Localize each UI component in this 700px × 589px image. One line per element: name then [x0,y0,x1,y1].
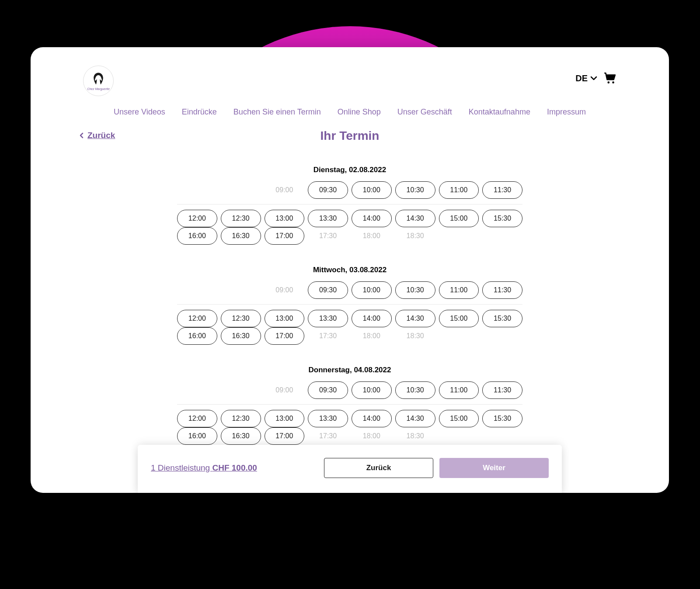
time-slot[interactable]: 14:00 [352,310,392,327]
time-slot[interactable]: 10:00 [352,381,392,399]
nav-buchen[interactable]: Buchen Sie einen Termin [233,107,321,117]
time-slot[interactable]: 11:30 [482,381,522,399]
time-slot: 18:30 [395,227,435,245]
logo-caption: Chez Marguerite [87,87,110,90]
time-slot[interactable]: 12:00 [177,410,217,427]
time-slot[interactable]: 11:00 [439,181,479,199]
cart-icon[interactable] [603,72,616,85]
time-slot[interactable]: 15:00 [439,410,479,427]
time-slot: 18:00 [352,427,392,445]
time-slot[interactable]: 17:00 [265,427,305,445]
time-slot[interactable]: 12:30 [221,310,261,327]
days-container: Dienstag, 02.08.202209:0009:3010:0010:30… [177,166,522,445]
divider [177,404,522,405]
time-slot: 17:30 [308,427,348,445]
time-slot[interactable]: 15:00 [439,310,479,327]
slot-row: 16:0016:3017:0017:3018:0018:30 [177,227,522,245]
brand-logo[interactable]: Chez Marguerite [83,66,114,96]
time-slot[interactable]: 10:00 [352,281,392,299]
time-slot[interactable]: 14:30 [395,210,435,227]
day-block: Dienstag, 02.08.202209:0009:3010:0010:30… [177,166,522,245]
day-block: Mittwoch, 03.08.202209:0009:3010:0010:30… [177,266,522,345]
time-slot[interactable]: 12:30 [221,410,261,427]
time-slot[interactable]: 15:30 [482,210,522,227]
back-button[interactable]: Zurück [324,458,433,478]
header: Chez Marguerite DE [83,60,616,105]
day-label: Donnerstag, 04.08.2022 [177,366,522,374]
language-selector[interactable]: DE [575,73,597,83]
time-slot[interactable]: 15:30 [482,310,522,327]
time-slot[interactable]: 09:30 [308,181,348,199]
language-label: DE [575,73,588,83]
time-slot[interactable]: 12:00 [177,310,217,327]
time-slot[interactable]: 14:00 [352,410,392,427]
day-label: Dienstag, 02.08.2022 [177,166,522,174]
slot-row: 12:0012:3013:0013:3014:0014:3015:0015:30 [177,310,522,327]
time-slot[interactable]: 16:30 [221,227,261,245]
time-slot: 09:00 [265,281,305,299]
nav-videos[interactable]: Unsere Videos [114,107,165,117]
time-slot[interactable]: 09:30 [308,381,348,399]
page-title: Ihr Termin [320,129,380,143]
slot-row: 09:0009:3010:0010:3011:0011:30 [177,181,522,199]
nav-kontakt[interactable]: Kontaktaufnahme [469,107,530,117]
next-button[interactable]: Weiter [439,458,549,478]
time-slot[interactable]: 13:00 [265,210,305,227]
time-slot[interactable]: 11:00 [439,281,479,299]
time-slot[interactable]: 16:00 [177,327,217,345]
divider [177,304,522,305]
time-slot: 17:30 [308,327,348,345]
nav-shop[interactable]: Online Shop [338,107,381,117]
time-slot: 09:00 [265,381,305,399]
time-slot[interactable]: 17:00 [265,227,305,245]
time-slot[interactable]: 11:00 [439,381,479,399]
time-slot[interactable]: 16:30 [221,327,261,345]
time-slot[interactable]: 14:30 [395,410,435,427]
back-button-label: Zurück [366,464,391,472]
hair-logo-icon [91,71,106,87]
back-link[interactable]: Zurück [79,131,115,140]
svg-point-1 [612,81,614,83]
time-slot[interactable]: 11:30 [482,181,522,199]
time-slot[interactable]: 17:00 [265,327,305,345]
slot-row: 12:0012:3013:0013:3014:0014:3015:0015:30 [177,210,522,227]
order-summary-link[interactable]: 1 Dienstleistung CHF 100.00 [151,463,257,473]
time-slot[interactable]: 16:30 [221,427,261,445]
time-slot[interactable]: 13:30 [308,410,348,427]
slot-row: 16:0016:3017:0017:3018:0018:30 [177,427,522,445]
time-slot[interactable]: 10:00 [352,181,392,199]
time-slot[interactable]: 16:00 [177,227,217,245]
chevron-left-icon [79,132,85,139]
page-topbar: Zurück Ihr Termin [83,129,616,148]
time-slot: 18:30 [395,427,435,445]
slot-row: 09:0009:3010:0010:3011:0011:30 [177,281,522,299]
time-slot[interactable]: 15:00 [439,210,479,227]
time-slot[interactable]: 13:30 [308,210,348,227]
time-slot[interactable]: 11:30 [482,281,522,299]
time-slot[interactable]: 10:30 [395,281,435,299]
summary-prefix: 1 Dienstleistung [151,463,212,472]
time-slot[interactable]: 12:30 [221,210,261,227]
time-slot[interactable]: 13:00 [265,310,305,327]
time-slot[interactable]: 13:00 [265,410,305,427]
slot-row: 09:0009:3010:0010:3011:0011:30 [177,381,522,399]
time-slot[interactable]: 14:30 [395,310,435,327]
time-slot[interactable]: 14:00 [352,210,392,227]
nav-geschaeft[interactable]: Unser Geschäft [397,107,452,117]
app-window: Chez Marguerite DE Unsere Videos [31,47,669,493]
nav-impressum[interactable]: Impressum [547,107,586,117]
time-slot[interactable]: 12:00 [177,210,217,227]
footer-bar: 1 Dienstleistung CHF 100.00 Zurück Weite… [138,445,562,493]
divider [177,204,522,204]
time-slot: 18:00 [352,227,392,245]
main-nav: Unsere Videos Eindrücke Buchen Sie einen… [83,105,616,129]
nav-eindruecke[interactable]: Eindrücke [182,107,217,117]
time-slot[interactable]: 10:30 [395,381,435,399]
svg-point-0 [607,81,609,83]
time-slot[interactable]: 10:30 [395,181,435,199]
time-slot[interactable]: 15:30 [482,410,522,427]
day-label: Mittwoch, 03.08.2022 [177,266,522,274]
time-slot[interactable]: 09:30 [308,281,348,299]
time-slot[interactable]: 16:00 [177,427,217,445]
time-slot[interactable]: 13:30 [308,310,348,327]
